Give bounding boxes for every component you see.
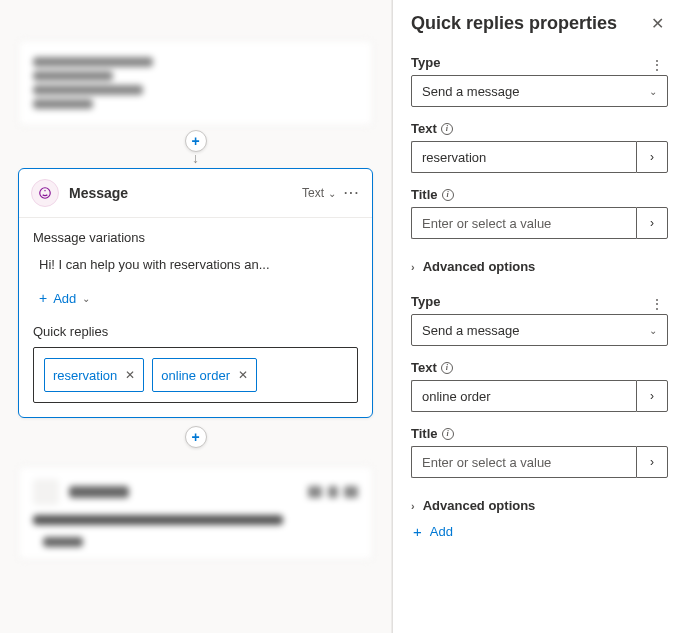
properties-panel: Quick replies properties ✕ Type ⋮ Send a… [392, 0, 686, 633]
chevron-down-icon: ⌄ [82, 293, 90, 304]
authoring-canvas: + ↓ Message Text ⌄ ··· Message variation… [0, 0, 392, 633]
chevron-down-icon: ⌄ [328, 188, 336, 199]
message-variation-text[interactable]: Hi! I can help you with reservations an.… [33, 253, 358, 276]
text-label: Text [411, 121, 437, 136]
chevron-down-icon: ⌄ [649, 86, 657, 97]
info-icon[interactable]: i [442, 189, 454, 201]
node-blurred-top [18, 40, 373, 126]
type-label: Type [411, 55, 440, 70]
type-select-value: Send a message [422, 323, 520, 338]
type-label: Type [411, 294, 440, 309]
chip-label: reservation [53, 368, 117, 383]
reply-more-menu[interactable]: ⋮ [646, 296, 668, 312]
title-input[interactable] [411, 207, 636, 239]
quick-replies-box[interactable]: reservation ✕ online order ✕ [33, 347, 358, 403]
advanced-options-label: Advanced options [423, 498, 536, 513]
title-go-button[interactable]: › [636, 446, 668, 478]
message-node-selected[interactable]: Message Text ⌄ ··· Message variations Hi… [18, 168, 373, 418]
message-node-title: Message [69, 185, 128, 201]
type-select[interactable]: Send a message ⌄ [411, 75, 668, 107]
text-go-button[interactable]: › [636, 380, 668, 412]
quick-reply-chip[interactable]: online order ✕ [152, 358, 257, 392]
chevron-right-icon: › [411, 500, 415, 512]
title-label: Title [411, 426, 438, 441]
close-panel-button[interactable]: ✕ [647, 10, 668, 37]
reply-more-menu[interactable]: ⋮ [646, 57, 668, 73]
add-variation-label: Add [53, 291, 76, 306]
type-select-value: Send a message [422, 84, 520, 99]
text-input[interactable] [411, 380, 636, 412]
quick-replies-label: Quick replies [33, 324, 358, 339]
chevron-down-icon: ⌄ [649, 325, 657, 336]
message-variations-label: Message variations [33, 230, 358, 245]
title-input[interactable] [411, 446, 636, 478]
plus-icon: + [39, 290, 47, 306]
text-input[interactable] [411, 141, 636, 173]
connector: + ↓ [0, 130, 391, 166]
plus-icon: + [413, 523, 422, 540]
text-label: Text [411, 360, 437, 375]
add-variation-button[interactable]: + Add ⌄ [33, 286, 358, 310]
add-quick-reply-label: Add [430, 524, 453, 539]
node-more-menu[interactable]: ··· [344, 186, 360, 200]
advanced-options-label: Advanced options [423, 259, 536, 274]
connector: + [0, 426, 391, 448]
info-icon[interactable]: i [441, 362, 453, 374]
add-quick-reply-button[interactable]: + Add [411, 515, 668, 548]
add-node-button[interactable]: + [185, 426, 207, 448]
chevron-right-icon: › [411, 261, 415, 273]
node-blurred-bottom [18, 466, 373, 560]
svg-point-0 [40, 188, 51, 199]
message-output-type-dropdown[interactable]: Text ⌄ [302, 186, 336, 200]
quick-reply-chip[interactable]: reservation ✕ [44, 358, 144, 392]
advanced-options-toggle[interactable]: › Advanced options [411, 253, 668, 276]
chip-remove-icon[interactable]: ✕ [125, 368, 135, 382]
message-icon [31, 179, 59, 207]
panel-title: Quick replies properties [411, 13, 617, 34]
info-icon[interactable]: i [441, 123, 453, 135]
title-label: Title [411, 187, 438, 202]
add-node-button[interactable]: + [185, 130, 207, 152]
chip-remove-icon[interactable]: ✕ [238, 368, 248, 382]
text-go-button[interactable]: › [636, 141, 668, 173]
message-output-type-label: Text [302, 186, 324, 200]
message-node-header: Message Text ⌄ ··· [19, 169, 372, 218]
type-select[interactable]: Send a message ⌄ [411, 314, 668, 346]
advanced-options-toggle[interactable]: › Advanced options [411, 492, 668, 515]
arrow-down-icon: ↓ [192, 150, 199, 166]
info-icon[interactable]: i [442, 428, 454, 440]
chip-label: online order [161, 368, 230, 383]
title-go-button[interactable]: › [636, 207, 668, 239]
